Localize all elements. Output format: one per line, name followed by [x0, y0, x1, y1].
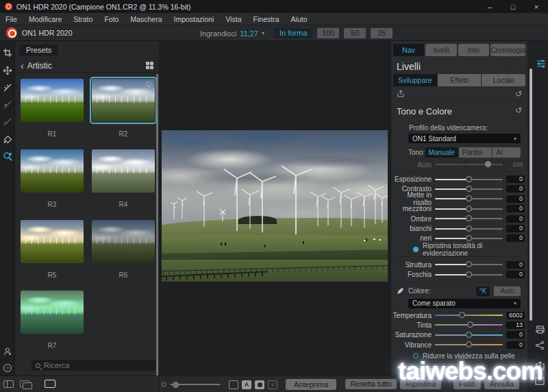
eyedropper-icon[interactable]	[397, 287, 404, 295]
slider-track[interactable]	[435, 218, 503, 219]
presets-scrollbar[interactable]	[156, 74, 158, 389]
gradient-mask-tool-icon[interactable]	[3, 117, 12, 127]
tone-ai-auto-button[interactable]: AI Auto	[493, 147, 521, 158]
menu-file[interactable]: File	[5, 15, 17, 23]
preview-button[interactable]: Anteprima	[286, 379, 336, 390]
slider-knob[interactable]	[466, 186, 472, 192]
slider-knob[interactable]	[466, 341, 472, 347]
slider-value[interactable]: 0	[506, 215, 525, 223]
slider-knob[interactable]	[466, 206, 472, 212]
preset-item[interactable]: R1	[21, 79, 84, 149]
tab-effetti[interactable]: Effetti	[438, 74, 482, 86]
preset-thumbnail[interactable]	[21, 291, 84, 334]
slider-track[interactable]	[435, 228, 503, 230]
preset-item-selected[interactable]: ♡ R2	[92, 79, 155, 149]
slider-track[interactable]	[435, 334, 503, 336]
preset-item[interactable]: R4	[92, 149, 155, 220]
masking-brush-tool-icon[interactable]	[3, 100, 12, 110]
kelvin-button[interactable]: °K	[476, 286, 490, 296]
slider-knob[interactable]	[485, 161, 491, 167]
slider-value[interactable]: 0	[506, 271, 525, 278]
zoom-value[interactable]: 11,27	[240, 29, 258, 38]
slider-knob[interactable]	[466, 225, 472, 232]
tab-locale[interactable]: Locale	[482, 74, 525, 86]
slider-knob[interactable]	[466, 235, 472, 241]
tab-info[interactable]: Info	[458, 44, 489, 56]
menu-strato[interactable]: Strato	[73, 15, 92, 23]
panel-scrollbar[interactable]	[530, 69, 532, 321]
chevron-down-icon[interactable]: ▾	[262, 30, 264, 36]
slider-value[interactable]: 0	[506, 175, 525, 183]
preset-item[interactable]: R6	[92, 220, 155, 291]
export-settings-icon[interactable]	[397, 90, 405, 98]
preset-thumbnail[interactable]	[21, 149, 84, 193]
slider-track[interactable]	[435, 208, 503, 210]
filmstrip-toggle-icon[interactable]	[20, 380, 32, 388]
slider-value[interactable]: 6002	[506, 312, 525, 319]
slider-knob[interactable]	[466, 215, 472, 221]
restore-highlights-toggle[interactable]: Ripristina tonalità di evidenziazione	[413, 245, 527, 254]
slider-knob[interactable]	[459, 312, 465, 318]
minimize-button[interactable]: –	[478, 0, 501, 13]
slider-knob[interactable]	[173, 382, 179, 388]
preset-thumbnail[interactable]	[92, 149, 155, 193]
slider-track[interactable]	[435, 315, 503, 316]
slider-knob[interactable]	[466, 271, 472, 278]
menu-finestra[interactable]: Finestra	[253, 15, 279, 23]
zoom-100-button[interactable]: 100	[317, 28, 339, 38]
slider-value[interactable]: 0	[506, 185, 525, 193]
compare-off-icon[interactable]	[229, 380, 238, 389]
fit-button[interactable]: In forma	[274, 28, 312, 38]
slider-value[interactable]: 0	[506, 205, 525, 212]
preview-opacity-slider[interactable]	[170, 384, 221, 385]
slider-track[interactable]	[435, 179, 503, 180]
preset-item[interactable]: R7	[21, 291, 84, 361]
preset-item[interactable]: R3	[21, 149, 84, 220]
preset-thumbnail[interactable]	[21, 220, 84, 263]
slider-knob[interactable]	[467, 321, 473, 328]
move-tool-icon[interactable]	[3, 66, 12, 75]
soft-proof-icon[interactable]: √	[268, 380, 277, 389]
menu-aiuto[interactable]: Aiuto	[291, 15, 308, 23]
preset-item[interactable]: R5	[21, 220, 84, 291]
tab-sviluppare[interactable]: Sviluppare	[393, 74, 437, 86]
zoom-50-button[interactable]: 50	[344, 28, 366, 38]
menu-impostazioni[interactable]: Impostazioni	[174, 15, 214, 23]
tab-cronologia[interactable]: Cronologia ↺	[490, 44, 525, 56]
back-chevron-icon[interactable]: ‹	[21, 61, 24, 71]
zoom-view-tool-icon[interactable]	[3, 151, 12, 161]
slider-knob[interactable]	[466, 261, 472, 267]
tab-livelli[interactable]: livelli	[425, 44, 456, 56]
menu-vista[interactable]: Vista	[225, 15, 241, 23]
tone-manuale-button[interactable]: Manuale	[425, 147, 458, 158]
adjust-brush-tool-icon[interactable]	[3, 83, 12, 93]
preset-thumbnail[interactable]	[21, 79, 84, 122]
preset-thumbnail[interactable]	[92, 220, 155, 263]
canvas-area[interactable]	[160, 41, 390, 376]
slider-value[interactable]: 0	[506, 195, 525, 203]
slider-value[interactable]: 0	[506, 261, 525, 269]
slider-track[interactable]	[435, 344, 503, 345]
menu-foto[interactable]: Foto	[104, 15, 119, 23]
slider-track[interactable]	[435, 264, 503, 265]
slider-track[interactable]	[435, 198, 503, 199]
slider-track[interactable]	[435, 238, 503, 239]
white-balance-dropdown[interactable]: Come sparato ▾	[408, 299, 521, 308]
maximize-button[interactable]: □	[501, 0, 525, 13]
crop-tool-icon[interactable]	[3, 48, 12, 58]
slider-knob[interactable]	[466, 332, 472, 338]
slider-value[interactable]: 0	[506, 234, 525, 242]
share-icon[interactable]	[535, 341, 545, 351]
slider-track[interactable]	[435, 274, 503, 275]
menu-modificare[interactable]: Modificare	[29, 15, 62, 23]
zoom-25-button[interactable]: 25	[371, 28, 393, 38]
help-icon[interactable]: ?	[3, 363, 12, 373]
camera-profile-dropdown[interactable]: ON1 Standard ▾	[408, 134, 521, 143]
color-auto-button[interactable]: Auto	[494, 286, 521, 296]
slider-knob[interactable]	[466, 195, 472, 201]
mask-view-icon[interactable]: A	[242, 380, 251, 389]
slider-value[interactable]: 0	[506, 225, 525, 232]
close-button[interactable]: ×	[525, 0, 548, 13]
grid-view-icon[interactable]	[146, 62, 153, 69]
canvas-view-icon[interactable]	[45, 380, 55, 388]
